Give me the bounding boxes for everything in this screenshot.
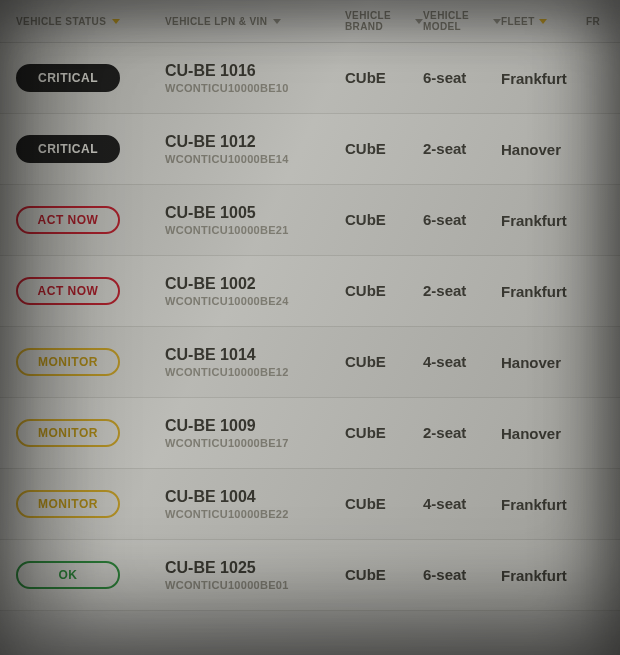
cell-status: CRITICAL [0,64,165,92]
cell-model: 2-seat [423,283,501,300]
caret-down-icon [273,19,281,24]
header-status-label: VEHICLE STATUS [16,16,106,27]
status-badge[interactable]: MONITOR [16,348,120,376]
cell-lpn-vin: CU-BE 1005WCONTICU10000BE21 [165,204,345,236]
cell-fleet: Frankfurt [501,567,586,584]
cell-model: 4-seat [423,354,501,371]
cell-status: CRITICAL [0,135,165,163]
cell-status: MONITOR [0,348,165,376]
cell-lpn-vin: CU-BE 1009WCONTICU10000BE17 [165,417,345,449]
cell-lpn-vin: CU-BE 1012WCONTICU10000BE14 [165,133,345,165]
cell-lpn-vin: CU-BE 1002WCONTICU10000BE24 [165,275,345,307]
status-badge[interactable]: MONITOR [16,419,120,447]
header-model[interactable]: VEHICLE MODEL [423,10,501,32]
vin-value: WCONTICU10000BE21 [165,224,289,236]
table-row[interactable]: OKCU-BE 1025WCONTICU10000BE01CUbE6-seatF… [0,540,620,611]
vin-value: WCONTICU10000BE14 [165,153,289,165]
vehicle-table: VEHICLE STATUS VEHICLE LPN & VIN VEHICLE… [0,0,620,611]
cell-status: MONITOR [0,419,165,447]
header-model-label: VEHICLE MODEL [423,10,489,32]
status-badge[interactable]: CRITICAL [16,135,120,163]
cell-fleet: Hanover [501,425,586,442]
cell-brand: CUbE [345,141,423,158]
cell-fleet: Frankfurt [501,70,586,87]
cell-brand: CUbE [345,212,423,229]
cell-lpn-vin: CU-BE 1004WCONTICU10000BE22 [165,488,345,520]
header-status[interactable]: VEHICLE STATUS [0,16,165,27]
cell-fleet: Hanover [501,354,586,371]
cell-fleet: Frankfurt [501,212,586,229]
cell-brand: CUbE [345,70,423,87]
cell-status: OK [0,561,165,589]
status-badge[interactable]: ACT NOW [16,206,120,234]
caret-down-icon [493,19,501,24]
table-row[interactable]: MONITORCU-BE 1004WCONTICU10000BE22CUbE4-… [0,469,620,540]
cell-brand: CUbE [345,567,423,584]
table-row[interactable]: CRITICALCU-BE 1016WCONTICU10000BE10CUbE6… [0,43,620,114]
vin-value: WCONTICU10000BE10 [165,82,289,94]
cell-model: 6-seat [423,70,501,87]
lpn-value: CU-BE 1012 [165,133,289,151]
lpn-value: CU-BE 1004 [165,488,289,506]
table-row[interactable]: CRITICALCU-BE 1012WCONTICU10000BE14CUbE2… [0,114,620,185]
cell-status: MONITOR [0,490,165,518]
cell-status: ACT NOW [0,277,165,305]
cell-brand: CUbE [345,496,423,513]
vin-value: WCONTICU10000BE22 [165,508,289,520]
cell-status: ACT NOW [0,206,165,234]
caret-down-icon [112,19,120,24]
vin-value: WCONTICU10000BE17 [165,437,289,449]
cell-model: 2-seat [423,425,501,442]
cell-model: 2-seat [423,141,501,158]
vin-value: WCONTICU10000BE24 [165,295,289,307]
status-badge[interactable]: OK [16,561,120,589]
cell-brand: CUbE [345,425,423,442]
cell-fleet: Frankfurt [501,283,586,300]
cell-model: 6-seat [423,212,501,229]
caret-down-icon [539,19,547,24]
header-extra-label: FR [586,16,600,27]
header-fleet-label: FLEET [501,16,535,27]
cell-lpn-vin: CU-BE 1025WCONTICU10000BE01 [165,559,345,591]
status-badge[interactable]: CRITICAL [16,64,120,92]
lpn-value: CU-BE 1025 [165,559,289,577]
table-row[interactable]: ACT NOWCU-BE 1002WCONTICU10000BE24CUbE2-… [0,256,620,327]
cell-brand: CUbE [345,283,423,300]
cell-lpn-vin: CU-BE 1014WCONTICU10000BE12 [165,346,345,378]
header-brand-label: VEHICLE BRAND [345,10,411,32]
header-lpn[interactable]: VEHICLE LPN & VIN [165,16,345,27]
header-lpn-label: VEHICLE LPN & VIN [165,16,267,27]
header-fleet[interactable]: FLEET [501,16,586,27]
status-badge[interactable]: ACT NOW [16,277,120,305]
lpn-value: CU-BE 1002 [165,275,289,293]
table-body: CRITICALCU-BE 1016WCONTICU10000BE10CUbE6… [0,43,620,611]
lpn-value: CU-BE 1009 [165,417,289,435]
header-brand[interactable]: VEHICLE BRAND [345,10,423,32]
lpn-value: CU-BE 1016 [165,62,289,80]
table-header: VEHICLE STATUS VEHICLE LPN & VIN VEHICLE… [0,0,620,43]
lpn-value: CU-BE 1014 [165,346,289,364]
table-row[interactable]: MONITORCU-BE 1009WCONTICU10000BE17CUbE2-… [0,398,620,469]
table-row[interactable]: ACT NOWCU-BE 1005WCONTICU10000BE21CUbE6-… [0,185,620,256]
caret-down-icon [415,19,423,24]
cell-fleet: Hanover [501,141,586,158]
status-badge[interactable]: MONITOR [16,490,120,518]
cell-model: 4-seat [423,496,501,513]
cell-lpn-vin: CU-BE 1016WCONTICU10000BE10 [165,62,345,94]
lpn-value: CU-BE 1005 [165,204,289,222]
table-row[interactable]: MONITORCU-BE 1014WCONTICU10000BE12CUbE4-… [0,327,620,398]
header-extra[interactable]: FR [586,16,616,27]
vin-value: WCONTICU10000BE01 [165,579,289,591]
cell-brand: CUbE [345,354,423,371]
cell-fleet: Frankfurt [501,496,586,513]
cell-model: 6-seat [423,567,501,584]
vin-value: WCONTICU10000BE12 [165,366,289,378]
